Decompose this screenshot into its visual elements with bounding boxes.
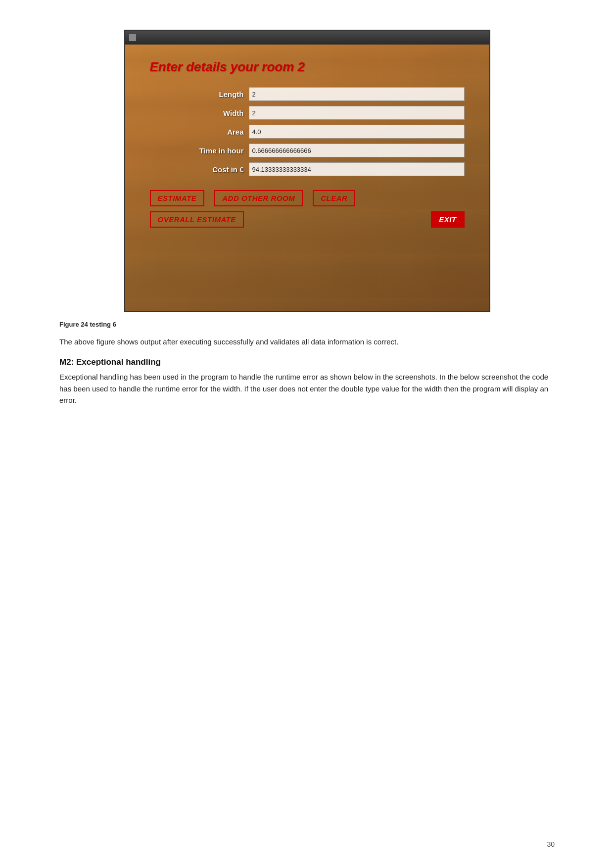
overall-estimate-button[interactable]: OVERALL ESTIMATE (150, 211, 244, 228)
cost-input[interactable] (249, 162, 465, 176)
time-input[interactable] (249, 144, 465, 157)
form-panel: Enter details your room 2 Length Width A… (125, 45, 489, 311)
add-other-room-button[interactable]: ADD OTHER ROOM (214, 190, 303, 206)
buttons-row-1: ESTIMATE ADD OTHER ROOM CLEAR (150, 190, 465, 206)
body-text: The above figure shows output after exec… (59, 336, 555, 347)
buttons-row-2: OVERALL ESTIMATE EXIT (150, 211, 465, 228)
length-label: Length (150, 90, 249, 98)
length-input[interactable] (249, 87, 465, 101)
area-row: Area (150, 125, 465, 139)
width-input[interactable] (249, 106, 465, 120)
figure-caption: Figure 24 testing 6 (59, 321, 555, 328)
section-heading: M2: Exceptional handling (59, 357, 555, 367)
estimate-button[interactable]: ESTIMATE (150, 190, 205, 206)
title-bar (125, 31, 489, 45)
cost-row: Cost in € (150, 162, 465, 176)
area-input[interactable] (249, 125, 465, 139)
section-text: Exceptional handling has been used in th… (59, 371, 555, 406)
exit-button[interactable]: EXIT (431, 211, 464, 228)
area-label: Area (150, 128, 249, 136)
form-title: Enter details your room 2 (150, 59, 465, 75)
page-number: 30 (547, 840, 555, 848)
app-window: Enter details your room 2 Length Width A… (124, 30, 490, 312)
clear-button[interactable]: CLEAR (313, 190, 355, 206)
time-label: Time in hour (150, 146, 249, 155)
length-row: Length (150, 87, 465, 101)
width-label: Width (150, 109, 249, 117)
cost-label: Cost in € (150, 165, 249, 174)
time-row: Time in hour (150, 144, 465, 157)
width-row: Width (150, 106, 465, 120)
title-bar-icon (129, 34, 136, 41)
